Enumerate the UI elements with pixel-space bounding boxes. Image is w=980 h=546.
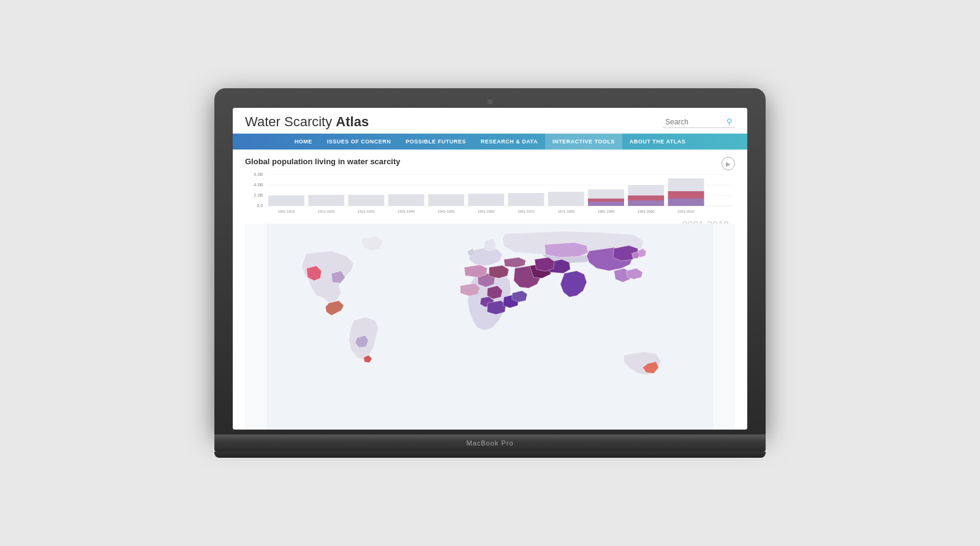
svg-rect-14 (388, 194, 424, 206)
nav-bar: HOME ISSUES OF CONCERN POSSIBLE FUTURES … (233, 134, 747, 150)
svg-text:1931-1940: 1931-1940 (398, 210, 415, 213)
svg-rect-25 (588, 199, 624, 202)
nav-item-futures[interactable]: POSSIBLE FUTURES (398, 134, 473, 150)
svg-rect-26 (588, 202, 624, 206)
svg-rect-29 (628, 195, 664, 200)
svg-text:1981-1990: 1981-1990 (598, 210, 615, 213)
bar-chart-svg: 6.0B 4.0B 2.0B 0.0 1901-1910 (245, 170, 735, 219)
svg-rect-16 (428, 194, 464, 206)
svg-text:1991-2000: 1991-2000 (638, 210, 655, 213)
svg-rect-34 (668, 199, 704, 206)
search-icon: ⚲ (726, 117, 733, 126)
svg-text:1961-1970: 1961-1970 (518, 210, 535, 213)
svg-rect-30 (628, 200, 664, 206)
svg-text:1901-1910: 1901-1910 (278, 210, 295, 213)
svg-rect-18 (468, 194, 504, 206)
nav-item-about[interactable]: ABOUT THE ATLAS (622, 134, 693, 150)
site-title: Water Scarcity Atlas (245, 114, 369, 130)
laptop-camera (488, 99, 492, 104)
laptop-frame: Water Scarcity Atlas ⚲ HOME ISSUES OF CO… (214, 88, 766, 458)
laptop-foot (214, 452, 766, 458)
svg-text:2001-2010: 2001-2010 (677, 210, 695, 213)
nav-item-tools[interactable]: INTERACTIVE TOOLS (545, 134, 622, 150)
svg-text:1971-1980: 1971-1980 (557, 210, 575, 213)
nav-item-home[interactable]: HOME (287, 134, 320, 150)
laptop-screen: Water Scarcity Atlas ⚲ HOME ISSUES OF CO… (233, 108, 747, 430)
svg-text:1941-1950: 1941-1950 (438, 210, 455, 213)
svg-text:1921-1930: 1921-1930 (358, 210, 375, 213)
svg-rect-12 (348, 195, 384, 206)
laptop-brand-label: MacBook Pro (466, 439, 513, 447)
svg-rect-22 (548, 192, 584, 206)
svg-text:4.0B: 4.0B (254, 183, 263, 188)
svg-text:2.0B: 2.0B (254, 193, 263, 198)
title-bold: Atlas (336, 114, 369, 129)
svg-rect-33 (668, 191, 704, 199)
svg-text:0.0: 0.0 (257, 203, 263, 208)
main-content: Global population living in water scarci… (233, 150, 747, 430)
svg-rect-20 (508, 193, 544, 206)
svg-text:6.0B: 6.0B (254, 172, 263, 177)
title-light: Water Scarcity (245, 114, 336, 129)
search-box[interactable]: ⚲ (663, 116, 735, 128)
svg-text:1911-1920: 1911-1920 (318, 210, 335, 213)
search-input[interactable] (665, 118, 726, 126)
world-map-svg (245, 224, 735, 430)
svg-text:1951-1960: 1951-1960 (478, 210, 495, 213)
nav-item-issues[interactable]: ISSUES OF CONCERN (320, 134, 399, 150)
chart-title: Global population living in water scarci… (245, 157, 735, 166)
chart-area: Global population living in water scarci… (245, 157, 735, 221)
laptop-screen-body: Water Scarcity Atlas ⚲ HOME ISSUES OF CO… (214, 88, 766, 434)
svg-rect-8 (268, 195, 304, 206)
laptop-base: MacBook Pro (214, 434, 766, 452)
site-header: Water Scarcity Atlas ⚲ (233, 108, 747, 134)
play-button[interactable]: ▶ (722, 157, 735, 170)
svg-rect-10 (308, 195, 344, 206)
world-map-container[interactable] (245, 224, 735, 430)
nav-item-research[interactable]: RESEARCH & DATA (473, 134, 545, 150)
